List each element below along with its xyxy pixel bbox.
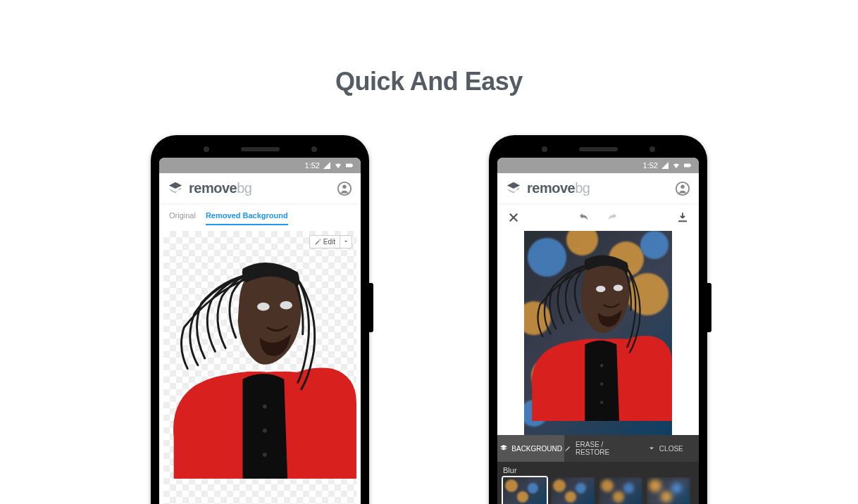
chevron-down-icon (647, 444, 656, 453)
status-bar: 1:52 (159, 158, 361, 173)
tab-original[interactable]: Original (169, 211, 196, 225)
signal-icon (661, 161, 669, 170)
blur-thumb-3[interactable] (647, 477, 690, 504)
result-canvas: Edit (163, 231, 356, 504)
screen-1: 1:52 removebg Original Removed Backgroun… (159, 158, 361, 504)
pencil-icon (314, 239, 321, 246)
logo-icon (506, 181, 521, 196)
svg-point-12 (680, 184, 685, 189)
signal-icon (323, 161, 331, 170)
page-heading: Quick And Easy (0, 67, 858, 96)
status-time: 1:52 (305, 161, 320, 170)
tab-removed-background[interactable]: Removed Background (206, 211, 288, 225)
svg-point-17 (614, 285, 623, 291)
svg-point-4 (263, 405, 267, 409)
chevron-down-icon (343, 239, 349, 244)
phone-mockup-2: 1:52 removebg (489, 135, 707, 504)
tab-erase-restore[interactable]: ERASE / RESTORE (564, 435, 631, 462)
phone-hardware (159, 146, 361, 152)
wifi-icon (672, 161, 680, 170)
status-time: 1:52 (643, 161, 658, 170)
battery-icon (683, 161, 692, 170)
logo-text: removebg (527, 180, 590, 196)
blur-section: Blur (497, 462, 699, 504)
svg-point-13 (600, 364, 604, 367)
svg-point-3 (342, 184, 347, 189)
status-bar: 1:52 (497, 158, 699, 173)
phone-mockup-1: 1:52 removebg Original Removed Backgroun… (151, 135, 369, 504)
blur-thumb-1[interactable] (551, 477, 595, 504)
edit-dropdown-chevron[interactable] (340, 236, 352, 248)
editor-toolbar (497, 204, 699, 231)
svg-point-14 (600, 382, 604, 386)
speaker-slit (241, 147, 280, 151)
redo-icon[interactable] (606, 211, 618, 224)
phones-container: 1:52 removebg Original Removed Backgroun… (0, 135, 858, 504)
svg-point-15 (600, 401, 604, 405)
svg-rect-0 (346, 164, 352, 168)
app-header: removebg (159, 173, 361, 204)
edit-button[interactable]: Edit (309, 235, 352, 248)
app-header: removebg (497, 173, 699, 204)
result-tabs: Original Removed Background (159, 204, 361, 225)
person-cutout (163, 231, 356, 479)
camera-dot (311, 146, 317, 152)
close-icon[interactable] (507, 211, 520, 224)
blur-thumbnails (503, 477, 693, 504)
svg-point-6 (263, 453, 267, 457)
logo-text: removebg (189, 180, 251, 196)
speaker-slit (579, 147, 618, 151)
svg-point-7 (257, 303, 270, 311)
sensor-dot (542, 146, 547, 152)
blur-thumb-0[interactable] (503, 477, 547, 504)
tab-close[interactable]: CLOSE (632, 435, 699, 462)
person-with-bg (524, 231, 672, 421)
editor-mode-tabs: BACKGROUND ERASE / RESTORE CLOSE (497, 435, 699, 462)
blur-thumb-2[interactable] (599, 477, 642, 504)
layers-icon (499, 444, 508, 453)
tab-background[interactable]: BACKGROUND (497, 435, 564, 462)
undo-icon[interactable] (578, 211, 590, 224)
phone-hardware (497, 146, 699, 152)
eraser-icon (564, 444, 572, 453)
logo-icon (168, 181, 183, 196)
svg-rect-10 (690, 165, 691, 166)
svg-rect-1 (352, 165, 353, 166)
screen-2: 1:52 removebg (497, 158, 699, 504)
sensor-dot (204, 146, 209, 152)
download-icon[interactable] (676, 211, 689, 224)
battery-icon (345, 161, 354, 170)
editor-canvas (524, 231, 672, 435)
user-icon[interactable] (337, 181, 352, 196)
wifi-icon (334, 161, 342, 170)
svg-point-16 (596, 286, 606, 292)
svg-rect-9 (684, 164, 690, 168)
blur-label: Blur (503, 466, 693, 474)
user-icon[interactable] (675, 181, 690, 196)
svg-point-5 (263, 429, 267, 433)
camera-dot (649, 146, 655, 152)
svg-point-8 (280, 301, 292, 310)
